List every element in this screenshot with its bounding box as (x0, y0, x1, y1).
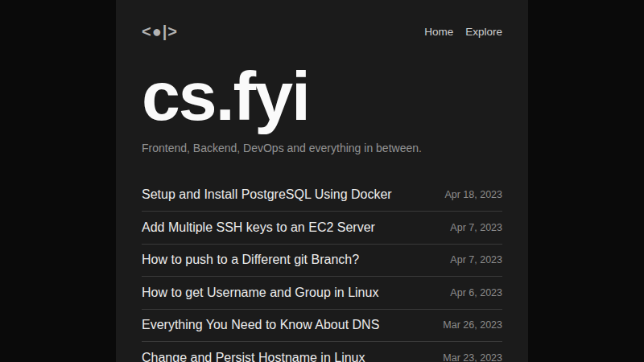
post-list-item[interactable]: Add Multiple SSH keys to an EC2 Server A… (142, 212, 502, 245)
post-title: Everything You Need to Know About DNS (142, 318, 379, 332)
post-list-item[interactable]: How to push to a Different git Branch? A… (142, 245, 502, 278)
post-list-row: Setup and Install PostgreSQL Using Docke… (142, 179, 502, 212)
post-title: Change and Persist Hostname in Linux (142, 351, 365, 362)
nav-link-home[interactable]: Home (424, 26, 453, 38)
post-list-item[interactable]: Everything You Need to Know About DNS Ma… (142, 310, 502, 343)
post-list: Setup and Install PostgreSQL Using Docke… (142, 179, 502, 362)
site-title: cs.fyi (142, 64, 502, 128)
site-logo[interactable]: <●|> (142, 23, 178, 40)
site-tagline: Frontend, Backend, DevOps and everything… (142, 141, 502, 157)
post-list-row: How to push to a Different git Branch? A… (142, 245, 502, 278)
post-list-item[interactable]: How to get Username and Group in Linux A… (142, 277, 502, 310)
post-list-item[interactable]: Setup and Install PostgreSQL Using Docke… (142, 179, 502, 212)
post-list-item[interactable]: Change and Persist Hostname in Linux Mar… (142, 342, 502, 362)
post-date: Apr 6, 2023 (450, 287, 502, 298)
post-list-row: How to get Username and Group in Linux A… (142, 277, 502, 310)
post-date: Mar 26, 2023 (443, 319, 502, 331)
post-list-row: Change and Persist Hostname in Linux Mar… (142, 342, 502, 362)
page-container: <●|> Home Explore cs.fyi Frontend, Backe… (116, 0, 528, 362)
site-header: <●|> Home Explore (142, 23, 502, 40)
post-date: Mar 23, 2023 (443, 352, 502, 362)
post-date: Apr 7, 2023 (450, 222, 502, 233)
post-date: Apr 18, 2023 (444, 189, 502, 200)
post-title: Add Multiple SSH keys to an EC2 Server (142, 220, 375, 235)
post-list-row: Everything You Need to Know About DNS Ma… (142, 310, 502, 343)
nav-link-explore[interactable]: Explore (465, 26, 502, 38)
post-title: Setup and Install PostgreSQL Using Docke… (142, 187, 392, 202)
main-nav: Home Explore (424, 26, 502, 38)
post-list-row: Add Multiple SSH keys to an EC2 Server A… (142, 212, 502, 245)
post-title: How to push to a Different git Branch? (142, 253, 359, 267)
post-title: How to get Username and Group in Linux (142, 286, 378, 300)
post-date: Apr 7, 2023 (450, 254, 502, 265)
